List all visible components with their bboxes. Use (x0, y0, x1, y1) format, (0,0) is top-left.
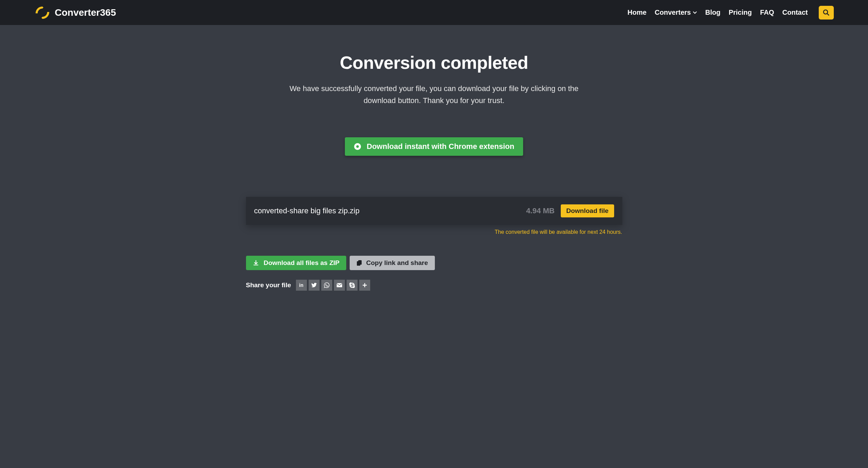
search-icon (823, 9, 830, 16)
nav-faq[interactable]: FAQ (760, 9, 774, 16)
share-twitter[interactable] (309, 280, 320, 291)
search-button[interactable] (819, 6, 834, 20)
nav-converters-label: Converters (655, 9, 691, 16)
copy-icon (357, 260, 362, 266)
nav-home[interactable]: Home (627, 9, 647, 16)
file-size: 4.94 MB (526, 206, 555, 215)
download-zip-label: Download all files as ZIP (264, 259, 340, 267)
logo[interactable]: Converter365 (34, 4, 116, 21)
plus-icon (362, 283, 367, 288)
share-whatsapp[interactable] (321, 280, 332, 291)
main: Conversion completed We have successfull… (246, 25, 622, 304)
linkedin-icon: in (299, 282, 303, 288)
download-file-button[interactable]: Download file (561, 204, 614, 217)
file-row: converted-share big files zip.zip 4.94 M… (246, 197, 622, 225)
svg-rect-6 (358, 260, 362, 265)
copy-link-label: Copy link and share (366, 259, 428, 267)
chrome-extension-label: Download instant with Chrome extension (367, 142, 514, 151)
share-skype[interactable] (347, 280, 358, 291)
share-linkedin[interactable]: in (296, 280, 307, 291)
copy-link-button[interactable]: Copy link and share (350, 256, 435, 270)
share-email[interactable] (334, 280, 345, 291)
whatsapp-icon (324, 282, 329, 288)
share-label: Share your file (246, 281, 291, 289)
share-more[interactable] (359, 280, 370, 291)
header: Converter365 Home Converters Blog Pricin… (0, 0, 868, 25)
nav-pricing[interactable]: Pricing (729, 9, 752, 16)
file-name: converted-share big files zip.zip (254, 206, 526, 215)
nav-converters[interactable]: Converters (655, 9, 697, 16)
svg-line-1 (827, 14, 829, 15)
nav-blog[interactable]: Blog (705, 9, 720, 16)
chrome-extension-button[interactable]: Download instant with Chrome extension (345, 137, 523, 156)
email-icon (337, 283, 342, 287)
page-title: Conversion completed (246, 52, 622, 73)
svg-point-0 (824, 10, 828, 14)
actions-row: Download all files as ZIP Copy link and … (246, 256, 622, 270)
logo-icon (34, 4, 51, 21)
skype-icon (349, 282, 355, 288)
availability-notice: The converted file will be available for… (246, 229, 622, 235)
share-icons: in (296, 280, 370, 291)
page-subtitle: We have successfully converted your file… (285, 83, 583, 106)
chrome-icon (354, 143, 361, 150)
nav-contact[interactable]: Contact (782, 9, 808, 16)
download-icon (253, 260, 259, 266)
brand-name: Converter365 (55, 7, 116, 18)
twitter-icon (311, 283, 317, 288)
share-row: Share your file in (246, 280, 622, 304)
nav: Home Converters Blog Pricing FAQ Contact (627, 6, 834, 20)
download-zip-button[interactable]: Download all files as ZIP (246, 256, 347, 270)
svg-rect-7 (337, 283, 342, 287)
chevron-down-icon (693, 11, 697, 14)
